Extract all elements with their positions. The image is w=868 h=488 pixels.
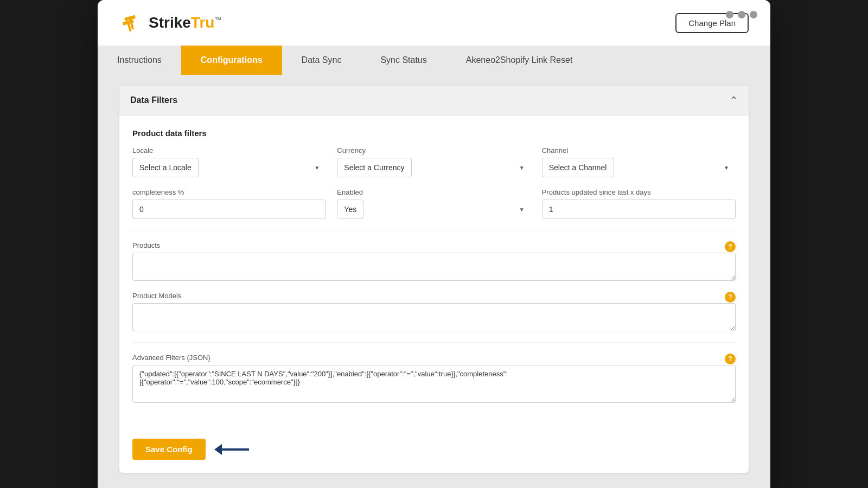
logo: StrikeTru™ [119, 11, 221, 35]
window-controls [726, 11, 757, 18]
products-group: Products ? [132, 241, 736, 283]
arrow-indicator [214, 444, 249, 455]
products-help-icon[interactable]: ? [725, 241, 736, 252]
tab-data-sync[interactable]: Data Sync [282, 46, 361, 75]
tab-instructions[interactable]: Instructions [98, 46, 181, 75]
channel-select-wrapper: Select a Channel [542, 158, 736, 177]
currency-select-wrapper: Select a Currency [337, 158, 531, 177]
products-label: Products [132, 241, 736, 249]
save-config-button[interactable]: Save Config [132, 439, 206, 460]
advanced-filters-group: Advanced Filters (JSON) ? [132, 354, 736, 405]
window-dot-3 [750, 11, 757, 18]
enabled-select[interactable]: Yes No [337, 200, 363, 219]
products-textarea[interactable] [132, 253, 736, 281]
divider-1 [132, 230, 736, 230]
locale-group: Locale Select a Locale [132, 146, 326, 177]
locale-select[interactable]: Select a Locale [132, 158, 199, 177]
tab-configurations[interactable]: Configurations [181, 46, 282, 75]
product-models-help-icon[interactable]: ? [725, 292, 736, 303]
filters-row-2: completeness % Enabled Yes No P [132, 188, 736, 219]
tab-sync-status[interactable]: Sync Status [361, 46, 446, 75]
arrow-body [222, 448, 249, 451]
logo-icon [119, 11, 143, 35]
save-row: Save Config [119, 430, 749, 473]
products-updated-group: Products updated since last x days [542, 188, 736, 219]
completeness-input[interactable] [132, 200, 326, 219]
products-updated-label: Products updated since last x days [542, 188, 736, 196]
nav-tabs: Instructions Configurations Data Sync Sy… [98, 46, 770, 75]
card-header: Data Filters ⌃ [119, 86, 749, 115]
advanced-filters-help-icon[interactable]: ? [725, 354, 736, 364]
products-updated-input[interactable] [542, 200, 736, 219]
app-header: StrikeTru™ Change Plan [98, 0, 770, 46]
enabled-select-wrapper: Yes No [337, 200, 531, 219]
channel-label: Channel [542, 146, 736, 155]
window-dot-2 [738, 11, 745, 18]
collapse-button[interactable]: ⌃ [730, 94, 738, 106]
card-body: Product data filters Locale Select a Loc… [119, 115, 749, 430]
locale-select-wrapper: Select a Locale [132, 158, 326, 177]
enabled-label: Enabled [337, 188, 531, 196]
filters-row-1: Locale Select a Locale Currency Select a… [132, 146, 736, 177]
completeness-group: completeness % [132, 188, 326, 219]
main-content: Data Filters ⌃ Product data filters Loca… [98, 75, 770, 488]
product-models-textarea[interactable] [132, 303, 736, 331]
tab-akeneo-link-reset[interactable]: Akeneo2Shopify Link Reset [446, 46, 592, 75]
window-dot-1 [726, 11, 733, 18]
logo-text: StrikeTru™ [149, 14, 221, 31]
completeness-label: completeness % [132, 188, 326, 196]
enabled-group: Enabled Yes No [337, 188, 531, 219]
advanced-filters-textarea[interactable] [132, 365, 736, 403]
currency-select[interactable]: Select a Currency [337, 158, 412, 177]
product-models-group: Product Models ? [132, 292, 736, 333]
data-filters-card: Data Filters ⌃ Product data filters Loca… [119, 86, 749, 473]
channel-group: Channel Select a Channel [542, 146, 736, 177]
advanced-filters-label: Advanced Filters (JSON) [132, 354, 736, 362]
channel-select[interactable]: Select a Channel [542, 158, 614, 177]
locale-label: Locale [132, 146, 326, 155]
section-title: Product data filters [132, 129, 736, 138]
card-title: Data Filters [130, 95, 177, 105]
currency-group: Currency Select a Currency [337, 146, 531, 177]
app-window: StrikeTru™ Change Plan Instructions Conf… [98, 0, 770, 488]
product-models-label: Product Models [132, 292, 736, 300]
currency-label: Currency [337, 146, 531, 155]
arrow-head [214, 444, 222, 455]
divider-2 [132, 342, 736, 343]
